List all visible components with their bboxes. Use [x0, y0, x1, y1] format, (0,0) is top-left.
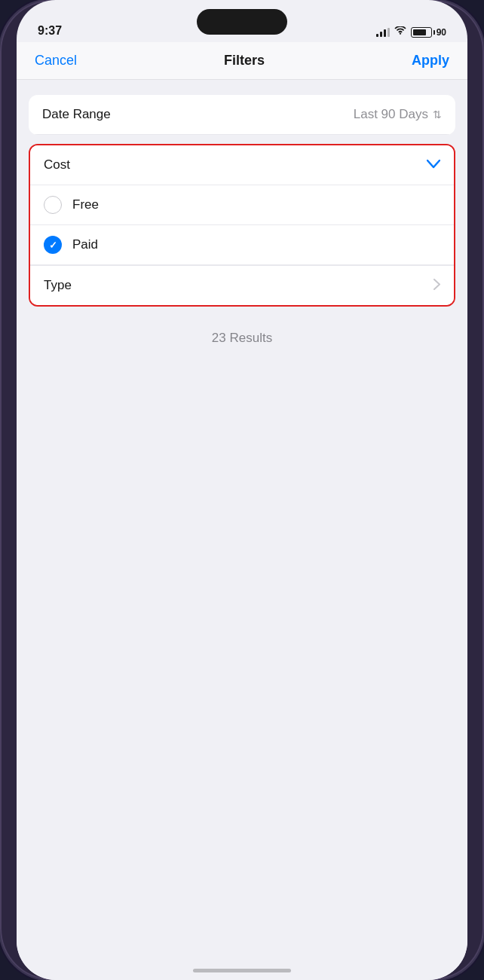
battery-icon: 90: [411, 27, 446, 38]
cancel-button[interactable]: Cancel: [35, 53, 77, 69]
wifi-icon: [394, 26, 406, 38]
signal-bar-2: [380, 32, 382, 37]
date-range-label: Date Range: [42, 107, 111, 122]
free-radio-button[interactable]: [44, 196, 62, 214]
battery-text: 90: [437, 27, 446, 38]
home-indicator[interactable]: [193, 969, 291, 972]
dynamic-island: [197, 9, 287, 35]
cost-label: Cost: [44, 157, 70, 172]
signal-bar-4: [388, 28, 390, 37]
phone-screen: 9:37 90: [17, 0, 467, 980]
date-range-section: Date Range Last 90 Days ⇅: [29, 95, 455, 135]
battery-body: [411, 27, 432, 38]
chevron-right-icon: [433, 279, 440, 293]
signal-bar-3: [384, 29, 386, 37]
date-range-row[interactable]: Date Range Last 90 Days ⇅: [29, 95, 455, 135]
apply-button[interactable]: Apply: [412, 53, 449, 69]
paid-option-row[interactable]: ✓ Paid: [30, 225, 454, 265]
signal-icon: [376, 28, 390, 37]
stepper-icon: ⇅: [433, 108, 442, 121]
gap-1: [17, 135, 467, 144]
chevron-down-icon: [427, 158, 440, 172]
cost-header-row[interactable]: Cost: [30, 145, 454, 185]
battery-fill: [413, 29, 427, 35]
results-text: 23 Results: [17, 331, 467, 346]
date-range-value: Last 90 Days: [354, 107, 428, 122]
date-range-value-container: Last 90 Days ⇅: [354, 107, 442, 122]
free-option-row[interactable]: Free: [30, 185, 454, 225]
type-row[interactable]: Type: [30, 265, 454, 305]
signal-bar-1: [376, 34, 378, 37]
type-label: Type: [44, 278, 72, 293]
cost-section: Cost Free ✓ Paid: [29, 144, 455, 307]
free-option-label: Free: [72, 197, 99, 212]
check-icon: ✓: [49, 240, 57, 251]
battery-tip: [433, 30, 435, 35]
nav-bar: Cancel Filters Apply: [17, 42, 467, 80]
phone-frame: 9:37 90: [0, 0, 484, 980]
screen-content: Cancel Filters Apply Date Range Last 90 …: [17, 42, 467, 980]
status-icons: 90: [376, 26, 446, 38]
nav-title: Filters: [224, 53, 265, 69]
paid-option-label: Paid: [72, 237, 98, 252]
paid-radio-button[interactable]: ✓: [44, 236, 62, 254]
